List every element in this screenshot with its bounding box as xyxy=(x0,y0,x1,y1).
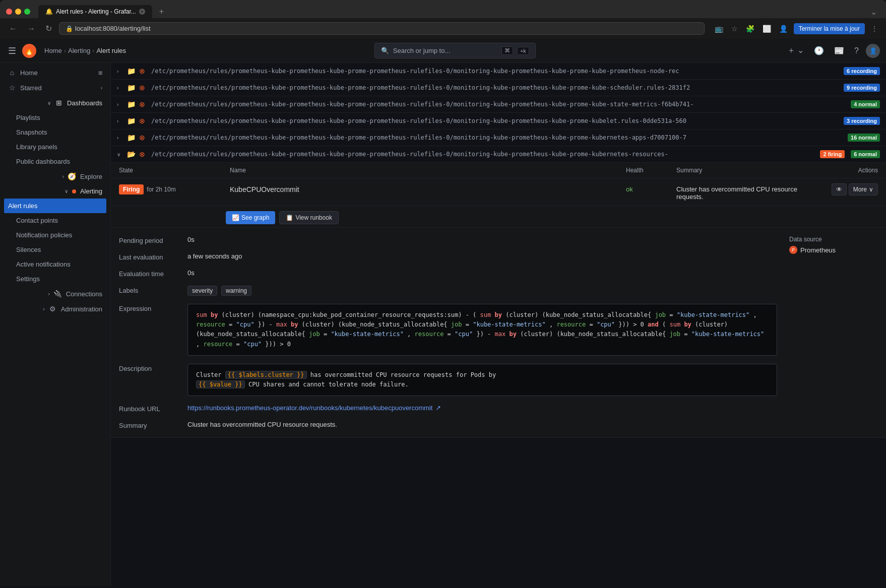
folder-icon: 📁 xyxy=(127,117,135,125)
address-bar[interactable]: 🔒 localhost:8080/alerting/list xyxy=(59,22,705,35)
folder-icon: 📁 xyxy=(127,100,135,108)
menu-btn[interactable]: ⋮ xyxy=(869,24,880,34)
breadcrumb-alerting[interactable]: Alerting xyxy=(68,47,90,54)
actions-column-header: Actions xyxy=(807,167,878,174)
error-icon: ⊗ xyxy=(139,100,147,108)
reload-btn[interactable]: ↻ xyxy=(42,23,55,34)
more-btn[interactable]: More ∨ xyxy=(849,183,878,195)
sidebar-item-public-dashboards[interactable]: Public dashboards xyxy=(0,154,110,169)
sidebar-item-library-panels[interactable]: Library panels xyxy=(0,140,110,154)
sidebar-item-snapshots[interactable]: Snapshots xyxy=(0,125,110,140)
sidebar-item-notification-policies[interactable]: Notification policies xyxy=(0,228,110,242)
search-icon: 🔍 xyxy=(381,47,389,54)
cast-btn[interactable]: 📺 xyxy=(713,24,725,34)
sidebar-item-administration[interactable]: › ⚙ Administration xyxy=(0,301,110,316)
tab-dropdown-btn[interactable]: ⌄ xyxy=(867,6,880,18)
expr-str-kube-state-metrics2: "kube-state-metrics" xyxy=(473,321,546,328)
folder-icon: 📁 xyxy=(127,134,135,142)
folder-icon: 📂 xyxy=(127,150,135,158)
pending-period-row: Pending period 0s xyxy=(119,232,777,248)
sidebar-item-playlists[interactable]: Playlists xyxy=(0,110,110,125)
add-btn[interactable]: ＋ ⌄ xyxy=(784,42,807,59)
sidebar-item-connections[interactable]: › 🔌 Connections xyxy=(0,286,110,301)
avatar[interactable]: 👤 xyxy=(866,44,880,58)
table-row[interactable]: ∨ 📂 ⊗ /etc/prometheus/rules/prometheus-k… xyxy=(111,146,886,163)
description-post: CPU shares and cannot tolerate node fail… xyxy=(248,381,409,388)
minimize-window-btn[interactable] xyxy=(15,9,21,15)
maximize-window-btn[interactable] xyxy=(24,9,30,15)
table-row[interactable]: › 📁 ⊗ /etc/prometheus/rules/prometheus-k… xyxy=(111,63,886,80)
summary-info-label: Summary xyxy=(119,421,179,429)
actions-cell: 👁 More ∨ xyxy=(807,183,878,195)
warning-label-tag: warning xyxy=(221,286,251,296)
view-runbook-btn[interactable]: 📋 View runbook xyxy=(279,211,339,224)
sidebar-silences-label: Silences xyxy=(16,246,41,253)
chevron-down-icon-alerting: ∨ xyxy=(65,188,68,194)
profile-btn[interactable]: 👤 xyxy=(777,24,790,34)
sidebar-item-active-notifications[interactable]: Active notifications xyxy=(0,257,110,272)
bookmark-btn[interactable]: ☆ xyxy=(729,24,740,34)
table-row[interactable]: › 📁 ⊗ /etc/prometheus/rules/prometheus-k… xyxy=(111,96,886,113)
expand-icon: › xyxy=(117,102,123,107)
labels-row: Labels severity warning xyxy=(119,282,777,300)
sidebar-item-contact-points[interactable]: Contact points xyxy=(0,213,110,228)
sidebar-item-explore[interactable]: › 🧭 Explore xyxy=(0,169,110,184)
back-btn[interactable]: ← xyxy=(6,23,20,34)
search-bar[interactable]: 🔍 Search or jump to... ⌘ +k xyxy=(374,43,536,58)
tab-close-btn[interactable]: × xyxy=(139,9,145,15)
firing-badge: 2 firing xyxy=(820,150,845,158)
table-row[interactable]: › 📁 ⊗ /etc/prometheus/rules/prometheus-k… xyxy=(111,80,886,96)
see-graph-btn[interactable]: 📈 See graph xyxy=(226,211,275,224)
sidebar-item-silences[interactable]: Silences xyxy=(0,242,110,257)
new-tab-btn[interactable]: + xyxy=(156,6,167,17)
normal-badge: 4 normal xyxy=(851,100,880,108)
expr-key-job2: job xyxy=(451,321,462,328)
help-btn[interactable]: ? xyxy=(851,43,862,58)
datasource-label: Data source xyxy=(789,236,878,243)
sidebar-item-home[interactable]: ⌂ Home ⊞ xyxy=(0,65,110,80)
expr-and: and xyxy=(648,321,659,328)
severity-label-tag: severity xyxy=(187,286,217,296)
rule-info-section: Pending period 0s Last evaluation a few … xyxy=(111,228,886,437)
table-row[interactable]: › 📁 ⊗ /etc/prometheus/rules/prometheus-k… xyxy=(111,113,886,129)
datasource-value-row: P Prometheus xyxy=(789,246,878,254)
expr-key-resource1: resource xyxy=(196,321,225,328)
expand-icon: › xyxy=(117,85,123,91)
runbook-url-link[interactable]: https://runbooks.prometheus-operator.dev… xyxy=(187,404,432,412)
folder-icon: 📁 xyxy=(127,67,135,75)
table-row[interactable]: › 📁 ⊗ /etc/prometheus/rules/prometheus-k… xyxy=(111,129,886,146)
recording-badge: 3 recording xyxy=(844,117,880,125)
chevron-right-icon: › xyxy=(101,85,102,91)
sidebar-home-action: ⊞ xyxy=(98,70,102,76)
rule-expanded-section: State Name Health Summary Actions Firing… xyxy=(111,163,886,438)
extensions-btn[interactable]: ⬜ xyxy=(761,24,773,34)
hamburger-btn[interactable]: ☰ xyxy=(6,43,18,58)
sidebar-item-alert-rules[interactable]: Alert rules xyxy=(4,199,106,213)
top-nav-left: ☰ 🔥 Home › Alerting › Alert rules xyxy=(6,43,126,58)
app: ☰ 🔥 Home › Alerting › Alert rules 🔍 Sear… xyxy=(0,39,886,586)
sidebar-item-dashboards[interactable]: ∨ ⊞ Dashboards xyxy=(0,95,110,110)
expr-max2: max xyxy=(495,331,506,338)
history-btn[interactable]: 🕐 xyxy=(811,43,827,58)
expr-key-job1: job xyxy=(655,311,666,318)
graph-icon: 📈 xyxy=(232,214,239,221)
forward-btn[interactable]: → xyxy=(24,23,38,34)
search-shortcut: ⌘ xyxy=(501,46,513,55)
breadcrumb-home[interactable]: Home xyxy=(44,47,62,54)
expr-by3: by xyxy=(291,321,298,328)
sidebar-item-alerting[interactable]: ∨ Alerting xyxy=(0,184,110,199)
mise-a-jour-btn[interactable]: Terminer la mise à jour xyxy=(794,23,865,34)
labels-value: severity warning xyxy=(187,286,777,296)
extension-btn[interactable]: 🧩 xyxy=(744,24,756,34)
rule-path: /etc/prometheus/rules/prometheus-kube-pr… xyxy=(151,84,840,91)
news-btn[interactable]: 📰 xyxy=(831,43,847,58)
sidebar-item-starred[interactable]: ☆ Starred › xyxy=(0,80,110,95)
error-icon: ⊗ xyxy=(139,67,147,75)
sidebar-section-main: ⌂ Home ⊞ ☆ Starred › ∨ ⊞ Dashboards Play… xyxy=(0,63,110,318)
sidebar-item-settings[interactable]: Settings xyxy=(0,272,110,286)
health-column-header: Health xyxy=(626,167,676,174)
eye-btn[interactable]: 👁 xyxy=(832,183,847,195)
close-window-btn[interactable] xyxy=(6,9,12,15)
active-tab[interactable]: 🔔 Alert rules - Alerting - Grafar... × xyxy=(38,5,152,18)
browser-actions: 📺 ☆ 🧩 ⬜ 👤 Terminer la mise à jour ⋮ xyxy=(713,23,880,34)
